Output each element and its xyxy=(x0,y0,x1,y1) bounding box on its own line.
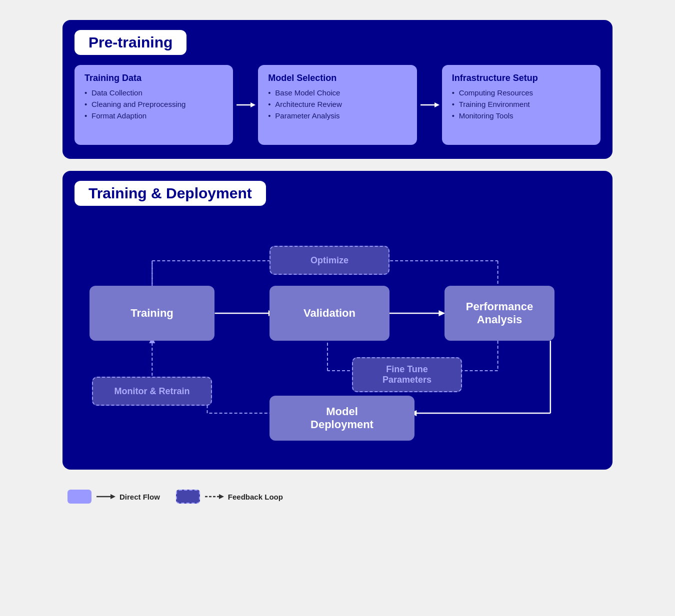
legend-feedback-arrow xyxy=(204,492,224,502)
training-label: Training xyxy=(130,307,174,320)
training-data-title: Training Data xyxy=(84,73,223,83)
validation-box: Validation xyxy=(270,286,390,341)
feedback-arrow-icon xyxy=(204,492,224,502)
flow-diagram: Optimize Training Validation Performance… xyxy=(74,216,600,456)
model-selection-card: Model Selection Base Model Choice Archit… xyxy=(258,65,416,145)
main-container: Pre-training Training Data Data Collecti… xyxy=(62,10,612,514)
list-item: Monitoring Tools xyxy=(452,111,590,120)
legend-direct-flow: Direct Flow xyxy=(68,490,160,504)
performance-box: Performance Analysis xyxy=(444,286,554,341)
list-item: Architecture Review xyxy=(268,100,406,108)
fine-tune-label: Fine Tune Parameters xyxy=(382,364,432,385)
model-deployment-box: Model Deployment xyxy=(270,396,414,441)
infrastructure-list: Computing Resources Training Environment… xyxy=(452,88,590,120)
training-deployment-title-badge: Training & Deployment xyxy=(74,181,266,206)
list-item: Parameter Analysis xyxy=(268,111,406,120)
infrastructure-card: Infrastructure Setup Computing Resources… xyxy=(442,65,600,145)
arrow-2 xyxy=(417,100,442,110)
validation-label: Validation xyxy=(304,307,356,320)
legend-direct-arrow xyxy=(96,492,116,502)
optimize-box: Optimize xyxy=(270,246,390,275)
arrow-1 xyxy=(233,100,258,110)
svg-marker-29 xyxy=(219,494,224,499)
direct-arrow-icon xyxy=(96,492,116,502)
svg-marker-27 xyxy=(110,494,116,499)
fine-tune-box: Fine Tune Parameters xyxy=(352,357,462,392)
training-data-list: Data Collection Cleaning and Preprocessi… xyxy=(84,88,223,120)
training-data-card: Training Data Data Collection Cleaning a… xyxy=(74,65,233,145)
training-deployment-title: Training & Deployment xyxy=(88,185,252,202)
direct-flow-label: Direct Flow xyxy=(120,493,160,501)
legend-direct-box xyxy=(68,490,92,504)
training-deployment-section: Training & Deployment xyxy=(62,171,612,470)
svg-marker-3 xyxy=(434,102,440,107)
svg-marker-1 xyxy=(250,102,256,107)
model-selection-list: Base Model Choice Architecture Review Pa… xyxy=(268,88,406,120)
pretraining-section: Pre-training Training Data Data Collecti… xyxy=(62,20,612,159)
list-item: Computing Resources xyxy=(452,88,590,97)
monitor-retrain-label: Monitor & Retrain xyxy=(114,386,190,397)
legend-feedback-loop: Feedback Loop xyxy=(176,490,283,504)
model-deployment-label: Model Deployment xyxy=(310,405,374,431)
list-item: Base Model Choice xyxy=(268,88,406,97)
pretraining-cards: Training Data Data Collection Cleaning a… xyxy=(74,65,600,145)
legend-feedback-box xyxy=(176,490,200,504)
pretraining-title-badge: Pre-training xyxy=(74,30,186,55)
list-item: Data Collection xyxy=(84,88,223,97)
list-item: Training Environment xyxy=(452,100,590,108)
training-box: Training xyxy=(90,286,214,341)
pretraining-title: Pre-training xyxy=(88,34,172,51)
infrastructure-title: Infrastructure Setup xyxy=(452,73,590,83)
legend: Direct Flow Feedback Loop xyxy=(62,482,612,504)
monitor-retrain-box: Monitor & Retrain xyxy=(92,377,212,406)
arrow-right-icon xyxy=(236,100,256,110)
performance-label: Performance Analysis xyxy=(466,300,534,326)
feedback-loop-label: Feedback Loop xyxy=(228,493,283,501)
arrow-right-icon xyxy=(420,100,440,110)
model-selection-title: Model Selection xyxy=(268,73,406,83)
optimize-label: Optimize xyxy=(310,255,348,266)
list-item: Cleaning and Preprocessing xyxy=(84,100,223,108)
list-item: Format Adaption xyxy=(84,111,223,120)
